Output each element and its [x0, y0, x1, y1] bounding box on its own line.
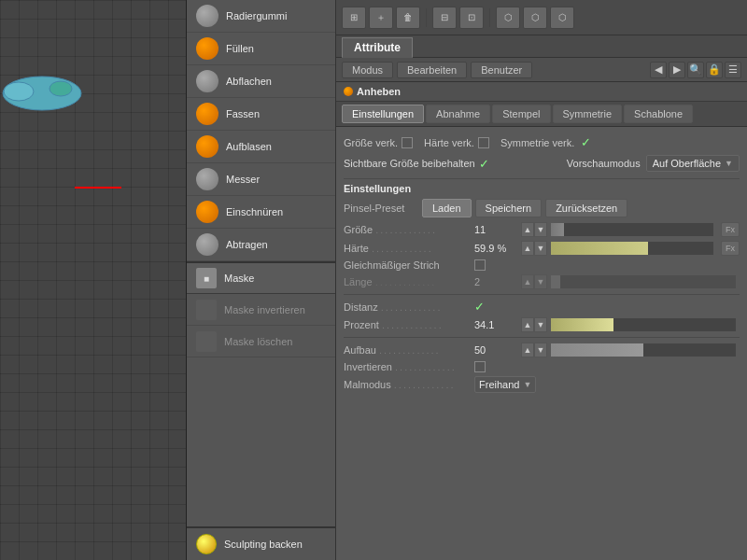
toolbar-btn-7[interactable]: ⬡	[550, 7, 574, 29]
sculpting-icon	[196, 534, 217, 554]
sub-tab-symmetrie[interactable]: Symmetrie	[553, 105, 623, 123]
menu-icon[interactable]: ☰	[725, 62, 741, 78]
sidebar-item-messer[interactable]: Messer	[187, 163, 335, 196]
sidebar-label-aufblasen: Aufblasen	[226, 141, 272, 152]
sub-tab-stempel[interactable]: Stempel	[492, 105, 550, 123]
reset-button[interactable]: Zurücksetzen	[545, 199, 627, 217]
sidebar-item-maske-invertieren: Maske invertieren	[187, 294, 335, 326]
haerte-slider[interactable]	[551, 242, 713, 255]
cb-haerte-verk-check[interactable]	[478, 137, 489, 148]
sidebar-item-maske-loeschen: Maske löschen	[187, 326, 335, 357]
sidebar-item-einschnoeren[interactable]: Einschnüren	[187, 196, 335, 229]
distanz-dots: .............	[381, 301, 443, 313]
groesse-stepper-down[interactable]: ▼	[534, 222, 547, 237]
aufbau-label: Aufbau .............	[344, 344, 474, 356]
tab-bar: Modus Bearbeiten Benutzer ◀ ▶ 🔍 🔒 ☰	[336, 58, 747, 82]
gleichmaessig-check[interactable]	[474, 259, 486, 271]
anheben-dot	[344, 87, 353, 96]
aufbau-label-text: Aufbau	[344, 344, 376, 356]
groesse-value: 11	[474, 224, 521, 235]
toolbar-btn-4[interactable]: ⊡	[459, 7, 484, 29]
einstellungen-label: Einstellungen	[344, 178, 740, 196]
preview-select[interactable]: Auf Oberfläche ▼	[646, 155, 740, 172]
prozent-stepper-up[interactable]: ▲	[521, 317, 534, 332]
distanz-row: Distanz ............. ✓	[344, 298, 740, 315]
aufbau-stepper-down[interactable]: ▼	[534, 343, 547, 357]
cb-symmetrie-verk-check[interactable]: ✓	[581, 135, 591, 149]
toolbar-btn-1[interactable]: ⊞	[342, 7, 366, 29]
load-button[interactable]: Laden	[422, 199, 472, 217]
prozent-label-text: Prozent	[344, 319, 379, 330]
viewport-grid	[0, 0, 186, 560]
search-icon[interactable]: 🔍	[687, 62, 704, 78]
aufbau-value: 50	[474, 344, 521, 356]
laenge-slider-fill	[551, 275, 560, 288]
preview-value: Auf Oberfläche	[653, 158, 721, 169]
tab-modus[interactable]: Modus	[342, 62, 393, 78]
nav-right-icon[interactable]: ▶	[669, 62, 685, 78]
lock-icon[interactable]: 🔒	[706, 62, 723, 78]
groesse-stepper-up[interactable]: ▲	[521, 222, 534, 237]
haerte-stepper-up[interactable]: ▲	[521, 241, 534, 256]
toolbar-btn-5[interactable]: ⬡	[496, 7, 520, 29]
attribute-tab-label: Attribute	[354, 41, 401, 54]
sidebar-label-abtragen: Abtragen	[226, 239, 268, 250]
groesse-slider[interactable]	[551, 223, 713, 236]
prozent-slider-fill	[551, 318, 613, 331]
visible-row: Sichtbare Größe beibehalten ✓ Vorschaumo…	[344, 152, 740, 175]
cb-groesse-verk-label: Größe verk.	[344, 137, 398, 148]
radiergummi-icon	[196, 5, 218, 27]
sidebar-item-sculpting-backen[interactable]: Sculpting backen	[187, 526, 335, 560]
messer-icon	[196, 168, 218, 190]
sidebar-item-abflachen[interactable]: Abflachen	[187, 65, 335, 98]
maske-invertieren-icon	[196, 300, 217, 320]
toolbar-btn-2[interactable]: ＋	[369, 7, 393, 29]
prozent-value: 34.1	[474, 319, 521, 330]
aufbau-stepper-up[interactable]: ▲	[521, 343, 534, 357]
distanz-check[interactable]: ✓	[474, 300, 485, 314]
haerte-fx[interactable]: Fx	[721, 241, 740, 256]
nav-left-icon[interactable]: ◀	[650, 62, 667, 78]
viewport	[0, 0, 187, 560]
prozent-slider[interactable]	[551, 318, 736, 331]
sidebar-item-fuellen[interactable]: Füllen	[187, 33, 335, 65]
attribute-tab[interactable]: Attribute	[342, 37, 413, 58]
haerte-slider-fill	[551, 242, 648, 255]
prozent-stepper-down[interactable]: ▼	[534, 317, 547, 332]
prozent-label: Prozent .............	[344, 319, 474, 330]
aufbau-slider[interactable]	[551, 343, 736, 357]
sidebar-item-abtragen[interactable]: Abtragen	[187, 229, 335, 261]
attribute-tab-bar: Attribute	[336, 35, 747, 58]
invertieren-check[interactable]	[474, 361, 486, 372]
groesse-dots: .............	[375, 224, 437, 235]
sidebar-item-fassen[interactable]: Fassen	[187, 98, 335, 131]
groesse-fx[interactable]: Fx	[721, 222, 740, 237]
sub-tab-abnahme[interactable]: Abnahme	[426, 105, 490, 123]
sub-tab-einstellungen[interactable]: Einstellungen	[342, 105, 424, 123]
save-button[interactable]: Speichern	[475, 199, 543, 217]
sidebar-item-radiergummi[interactable]: Radiergummi	[187, 0, 335, 33]
malmodus-select[interactable]: Freihand ▼	[474, 376, 536, 393]
malmodus-label: Malmodus .............	[344, 379, 474, 390]
sidebar-label-maske-invertieren: Maske invertieren	[224, 304, 305, 315]
haerte-stepper-down[interactable]: ▼	[534, 241, 547, 256]
sub-tab-schablone[interactable]: Schablone	[624, 105, 693, 123]
maske-icon: ■	[196, 268, 217, 288]
content-area: Größe verk. Härte verk. Symmetrie verk. …	[336, 127, 747, 560]
toolbar-btn-6[interactable]: ⬡	[523, 7, 547, 29]
sidebar-item-maske[interactable]: ■ Maske	[187, 261, 335, 294]
sidebar-item-aufblasen[interactable]: Aufblasen	[187, 131, 335, 163]
sidebar-label-fassen: Fassen	[226, 108, 260, 119]
einschnoeren-icon	[196, 201, 218, 223]
tab-benutzer[interactable]: Benutzer	[471, 62, 532, 78]
cb-groesse-verk-check[interactable]	[402, 137, 413, 148]
abflachen-icon	[196, 70, 218, 92]
haerte-value: 59.9 %	[474, 243, 521, 254]
tab-icons: ◀ ▶ 🔍 🔒 ☰	[650, 62, 741, 78]
checkbox-row-1: Größe verk. Härte verk. Symmetrie verk. …	[344, 133, 740, 152]
toolbar-btn-3[interactable]: ⊟	[432, 7, 457, 29]
visible-check[interactable]: ✓	[479, 157, 489, 171]
red-arrow	[75, 187, 121, 189]
tab-bearbeiten[interactable]: Bearbeiten	[397, 62, 467, 78]
toolbar-btn-delete[interactable]: 🗑	[396, 7, 420, 29]
